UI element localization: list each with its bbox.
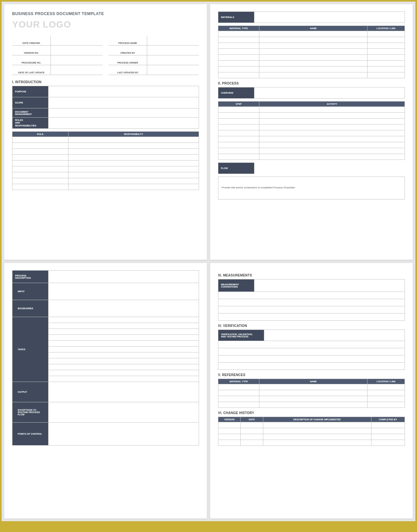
step-activity-table: STEP ACTIVITY xyxy=(218,101,405,160)
table-row xyxy=(218,119,405,124)
label-scope: SCOPE xyxy=(12,97,49,108)
page-3: PROCESS DESCRIPTION INPUT BOUNDARIES TAS… xyxy=(4,263,207,519)
measurements-table: MEASUREMENT CONVENTIONS xyxy=(218,279,405,321)
table-row xyxy=(12,178,199,184)
label-measurement-conventions: MEASUREMENT CONVENTIONS xyxy=(218,279,254,292)
table-row xyxy=(218,124,405,130)
table-row xyxy=(218,142,405,148)
heading-measurements: III. MEASUREMENTS xyxy=(218,274,405,277)
table-row xyxy=(218,434,405,440)
label-doc-mgmt: DOCUMENT MANAGEMENT xyxy=(12,108,49,118)
meta-process-owner: PROCESS OWNER xyxy=(109,55,199,65)
flow-note: Provide link and/or screenshot of comple… xyxy=(218,177,405,200)
page-2: MATERIALS MATERIAL TYPE NAME LOCATION / … xyxy=(210,4,413,260)
table-row xyxy=(218,402,405,408)
meta-last-updated-by: LAST UPDATED BY xyxy=(109,65,199,75)
col-ref-name: NAME xyxy=(259,379,367,384)
label-roles-resp: ROLES AND RESPONSIBILITIES xyxy=(12,118,49,129)
references-table: MATERIAL TYPE NAME LOCATION / LINK xyxy=(218,379,405,408)
meta-process-name: PROCESS NAME xyxy=(109,36,199,46)
table-row xyxy=(218,306,405,314)
table-row xyxy=(49,317,199,323)
heading-introduction: I. INTRODUCTION xyxy=(12,80,199,84)
table-row xyxy=(218,341,405,348)
col-ch-version: VERSION xyxy=(218,417,241,422)
heading-verification: IV. VERIFICATION xyxy=(218,324,405,328)
materials-table: MATERIAL TYPE NAME LOCATION / LINK xyxy=(218,26,405,78)
table-row xyxy=(12,137,199,143)
table-row xyxy=(218,292,405,299)
meta-date-last-update: DATE OF LAST UPDATE xyxy=(12,65,103,75)
table-row xyxy=(218,37,405,43)
table-row xyxy=(218,31,405,37)
logo-placeholder: YOUR LOGO xyxy=(12,19,199,30)
table-row xyxy=(218,363,405,370)
materials-header: MATERIALS xyxy=(218,11,405,23)
change-history-table: VERSION DATE DESCRIPTION OF CHANGE IMPLE… xyxy=(218,417,405,446)
heading-references: V. REFERENCES xyxy=(218,373,405,377)
col-role: ROLE xyxy=(12,132,69,137)
label-input: INPUT xyxy=(12,283,49,300)
table-row xyxy=(218,396,405,402)
page-1: BUSINESS PROCESS DOCUMENT TEMPLATE YOUR … xyxy=(4,4,207,260)
table-row xyxy=(12,149,199,155)
table-row xyxy=(218,107,405,113)
label-points-of-control: POINTS OF CONTROL xyxy=(12,423,49,446)
heading-process: II. PROCESS xyxy=(218,82,405,85)
meta-date-created: DATE CREATED xyxy=(12,36,103,46)
meta-version-no: VERSION NO. xyxy=(12,46,103,55)
document-spread: BUSINESS PROCESS DOCUMENT TEMPLATE YOUR … xyxy=(2,2,415,521)
roles-table: ROLE RESPONSIBILITY xyxy=(12,131,199,190)
meta-created-by: CREATED BY xyxy=(109,46,199,55)
table-row xyxy=(218,43,405,49)
col-ch-by: COMPLETED BY xyxy=(371,417,405,422)
label-overview: OVERVIEW xyxy=(218,87,254,99)
label-boundaries: BOUNDARIES xyxy=(12,300,49,317)
flow-header: FLOW xyxy=(218,162,405,174)
label-process-description: PROCESS DESCRIPTION xyxy=(12,271,49,283)
col-step: STEP xyxy=(218,102,259,107)
table-row xyxy=(218,136,405,142)
table-row xyxy=(12,172,199,178)
table-row xyxy=(218,299,405,306)
table-row xyxy=(218,113,405,119)
table-row xyxy=(218,440,405,446)
document-title: BUSINESS PROCESS DOCUMENT TEMPLATE xyxy=(12,11,199,16)
table-row xyxy=(12,143,199,149)
process-desc-table: PROCESS DESCRIPTION INPUT BOUNDARIES TAS… xyxy=(12,270,199,446)
table-row xyxy=(218,422,405,428)
label-materials: MATERIALS xyxy=(218,12,254,23)
label-output: OUTPUT xyxy=(12,382,49,402)
meta-procedure-no: PROCEDURE NO. xyxy=(12,55,103,65)
label-flow: FLOW xyxy=(218,163,254,174)
col-material-loc: LOCATION / LINK xyxy=(367,26,405,31)
table-row xyxy=(12,166,199,172)
col-ch-date: DATE xyxy=(241,417,263,422)
heading-change-history: VI. CHANGE HISTORY xyxy=(218,411,405,415)
table-row xyxy=(218,154,405,160)
intro-table: PURPOSE SCOPE DOCUMENT MANAGEMENT ROLES … xyxy=(12,86,199,129)
col-ref-loc: LOCATION / LINK xyxy=(367,379,405,384)
label-purpose: PURPOSE xyxy=(12,86,49,97)
table-row xyxy=(12,161,199,166)
label-exceptions: EXCEPTIONS TO ROUTINE PROCESS FLOW xyxy=(12,402,49,423)
table-row xyxy=(12,155,199,161)
label-verification: VERIFICATION, VALIDATION, AND TESTING PR… xyxy=(218,330,264,341)
table-row xyxy=(218,72,405,78)
table-row xyxy=(218,314,405,321)
col-responsibility: RESPONSIBILITY xyxy=(68,132,199,137)
meta-grid: DATE CREATED PROCESS NAME VERSION NO. CR… xyxy=(12,36,199,75)
label-tasks: TASKS xyxy=(12,317,49,382)
table-row xyxy=(218,384,405,390)
col-ch-desc: DESCRIPTION OF CHANGE IMPLEMENTED xyxy=(263,417,371,422)
table-row xyxy=(218,390,405,396)
table-row xyxy=(218,428,405,434)
col-ref-type: MATERIAL TYPE xyxy=(218,379,259,384)
table-row xyxy=(218,130,405,136)
table-row xyxy=(12,184,199,190)
table-row xyxy=(218,348,405,355)
table-row xyxy=(218,355,405,363)
table-row xyxy=(218,55,405,61)
overview-table: OVERVIEW xyxy=(218,87,405,99)
col-activity: ACTIVITY xyxy=(259,102,405,107)
